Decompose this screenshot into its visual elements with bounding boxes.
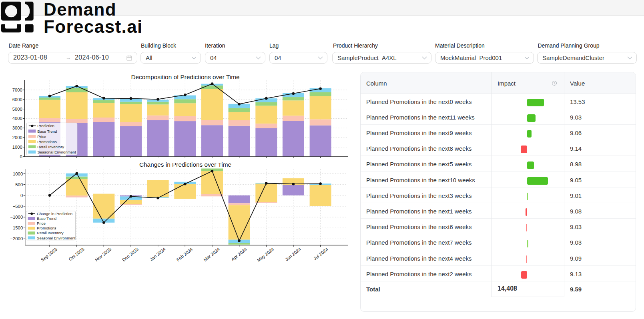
svg-text:Oct 2023: Oct 2023 [68, 247, 85, 262]
svg-text:6000: 6000 [12, 97, 22, 102]
svg-text:Seasonal Environment: Seasonal Environment [37, 236, 76, 240]
svg-text:Promotions: Promotions [37, 226, 56, 230]
svg-text:May 2024: May 2024 [256, 247, 275, 263]
svg-text:1000: 1000 [12, 145, 22, 150]
svg-text:1000: 1000 [13, 171, 23, 176]
svg-text:4000: 4000 [12, 116, 22, 121]
svg-text:0: 0 [20, 154, 22, 159]
svg-text:?: ? [554, 81, 555, 85]
svg-text:2000: 2000 [12, 135, 22, 140]
svg-text:3000: 3000 [12, 126, 22, 130]
svg-text:Retail Inventory: Retail Inventory [37, 231, 64, 235]
svg-text:Change in Prediction: Change in Prediction [37, 211, 72, 216]
svg-text:Nov 2023: Nov 2023 [94, 247, 112, 262]
svg-text:5000: 5000 [12, 107, 22, 112]
svg-text:Dec 2023: Dec 2023 [121, 247, 139, 262]
svg-text:Seasonal Environment: Seasonal Environment [37, 150, 76, 154]
svg-text:Decomposition of Predictions o: Decomposition of Predictions over Time [131, 74, 239, 80]
svg-text:Price: Price [37, 221, 46, 225]
svg-text:Price: Price [37, 134, 46, 139]
svg-text:500: 500 [15, 182, 23, 187]
svg-text:−1000: −1000 [10, 215, 23, 219]
svg-text:Jan 2024: Jan 2024 [149, 247, 167, 262]
svg-text:7000: 7000 [12, 88, 22, 92]
svg-text:Sep 2023: Sep 2023 [40, 247, 58, 262]
svg-text:Feb 2024: Feb 2024 [176, 247, 194, 262]
svg-text:0: 0 [20, 193, 23, 198]
svg-text:Mar 2024: Mar 2024 [203, 247, 221, 262]
svg-text:Base Trend: Base Trend [37, 129, 57, 134]
svg-text:Jul 2024: Jul 2024 [313, 247, 329, 261]
svg-text:Jun 2024: Jun 2024 [284, 247, 302, 262]
svg-text:−500: −500 [13, 204, 23, 209]
svg-text:Changes in Predictions over Ti: Changes in Predictions over Time [139, 161, 231, 168]
svg-text:Promotions: Promotions [37, 140, 57, 144]
svg-text:Base Trend: Base Trend [37, 216, 56, 221]
svg-text:−1500: −1500 [10, 225, 23, 230]
svg-text:Apr 2024: Apr 2024 [230, 247, 248, 262]
svg-text:Prediction: Prediction [37, 124, 54, 128]
svg-text:−2000: −2000 [10, 236, 23, 241]
svg-text:Retail Inventory: Retail Inventory [37, 145, 64, 149]
